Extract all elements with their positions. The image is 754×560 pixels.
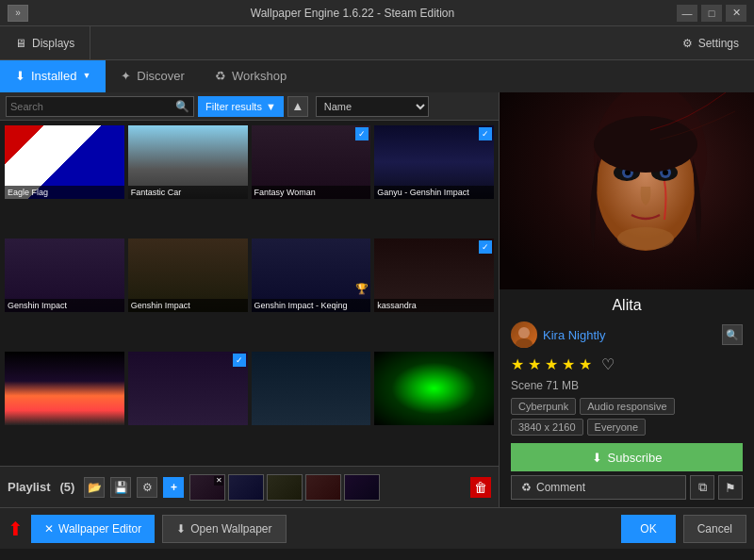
- grid-item-razer[interactable]: [373, 351, 495, 426]
- open-icon: ⬇: [176, 522, 186, 535]
- playlist-folder-btn[interactable]: 📂: [84, 477, 105, 498]
- comment-button[interactable]: ♻ Comment: [511, 475, 686, 500]
- search-icon: 🔍: [175, 100, 189, 113]
- playlist-bar: Playlist (5) 📂 💾 ⚙ + ✕ 🗑: [0, 466, 499, 507]
- main-layout: 🔍 Filter results ▼ ▲ Name Date Rating Ea…: [0, 92, 754, 507]
- wallpaper-editor-btn[interactable]: ✕ Wallpaper Editor: [31, 515, 155, 543]
- flag-button[interactable]: ⚑: [718, 475, 743, 500]
- copy-button[interactable]: ⧉: [690, 475, 714, 500]
- grid-item-genshin1[interactable]: Genshin Impact: [4, 238, 125, 313]
- playlist-thumb-1[interactable]: ✕: [189, 474, 225, 501]
- grid-item-retrowave[interactable]: [4, 351, 125, 426]
- open-wallpaper-btn[interactable]: ⬇ Open Wallpaper: [162, 515, 286, 543]
- star-4: ★: [562, 355, 575, 373]
- comment-row: ♻ Comment ⧉ ⚑: [511, 475, 743, 500]
- filter-label: Filter results: [205, 101, 262, 112]
- minimize-btn[interactable]: —: [677, 5, 697, 22]
- filter-button[interactable]: Filter results ▼: [198, 96, 284, 117]
- preview-image: [500, 92, 754, 289]
- settings-label: Settings: [698, 37, 739, 50]
- thumb-razer: [374, 352, 494, 425]
- workshop-icon: ♻: [215, 69, 226, 83]
- svg-point-9: [594, 116, 697, 173]
- monitor-icon: 🖥: [15, 37, 26, 50]
- label-eagle-flag: Eagle Flag: [5, 186, 124, 199]
- thumb-tech: [252, 352, 371, 425]
- author-search-btn[interactable]: 🔍: [722, 324, 743, 345]
- sort-up-btn[interactable]: ▲: [287, 96, 308, 117]
- grid-item-tech[interactable]: [251, 351, 372, 426]
- grid-item-eagle-flag[interactable]: Eagle Flag: [4, 124, 125, 200]
- tag-audioresponsive[interactable]: Audio responsive: [580, 398, 674, 415]
- svg-point-10: [617, 227, 674, 250]
- wallpaper-info: Alita Kira Nightly 🔍 ★ ★ ★ ★ ★: [500, 289, 754, 507]
- search-input[interactable]: [10, 101, 175, 112]
- tab-discover[interactable]: ✦ Discover: [106, 60, 200, 92]
- grid-item-ganyu[interactable]: Ganyu - Genshin Impact ✓: [373, 124, 495, 200]
- preview-artwork: [500, 92, 754, 289]
- grid-item-kassandra[interactable]: kassandra ✓: [373, 238, 495, 313]
- check-dj: ✓: [233, 354, 246, 367]
- meta-row: Scene 71 MB: [511, 379, 743, 392]
- discover-label: Discover: [137, 69, 185, 83]
- close-btn[interactable]: ✕: [726, 5, 746, 22]
- tag-everyone[interactable]: Everyone: [587, 419, 646, 436]
- grid-item-keqing[interactable]: Genshin Impact - Keqing 🏆: [251, 238, 372, 313]
- star-1: ★: [511, 355, 524, 373]
- grid-item-genshin2[interactable]: Genshin Impact: [127, 238, 249, 313]
- open-label: Open Wallpaper: [190, 522, 271, 535]
- tags-row: CyberpunkAudio responsive3840 x 2160Ever…: [511, 398, 743, 436]
- playlist-add-btn[interactable]: +: [163, 477, 184, 498]
- playlist-thumb-5[interactable]: [344, 474, 380, 501]
- ok-button[interactable]: OK: [621, 515, 675, 543]
- check-kassandra: ✓: [479, 240, 492, 254]
- label-ganyu: Ganyu - Genshin Impact: [374, 186, 494, 199]
- folder-icon: 📂: [88, 481, 102, 494]
- label-keqing: Genshin Impact - Keqing: [252, 299, 371, 312]
- search-icon: 🔍: [726, 329, 739, 341]
- playlist-save-btn[interactable]: 💾: [110, 477, 131, 498]
- tab-workshop[interactable]: ♻ Workshop: [200, 60, 302, 92]
- maximize-btn[interactable]: □: [701, 5, 722, 22]
- grid-item-dj[interactable]: ✓: [127, 351, 249, 426]
- search-wrap[interactable]: 🔍: [6, 96, 194, 117]
- playlist-settings-btn[interactable]: ⚙: [137, 477, 157, 498]
- window-controls: — □ ✕: [677, 5, 746, 22]
- right-panel: Alita Kira Nightly 🔍 ★ ★ ★ ★ ★: [500, 92, 754, 507]
- bottom-bar: ⬆ ✕ Wallpaper Editor ⬇ Open Wallpaper OK…: [0, 507, 754, 549]
- discover-icon: ✦: [121, 69, 131, 83]
- settings-icon: ⚙: [142, 481, 153, 494]
- tag-3840x2160[interactable]: 3840 x 2160: [511, 419, 583, 436]
- settings-nav[interactable]: ⚙ Settings: [667, 26, 754, 59]
- copy-icon: ⧉: [698, 480, 707, 495]
- playlist-delete-btn[interactable]: 🗑: [470, 477, 491, 498]
- heart-button[interactable]: ♡: [601, 355, 615, 373]
- author-name[interactable]: Kira Nightly: [543, 328, 605, 342]
- star-2: ★: [528, 355, 541, 373]
- star-5: ★: [579, 355, 592, 373]
- arrow-indicator: ⬆: [8, 518, 24, 540]
- author-avatar: [511, 321, 537, 348]
- playlist-thumb-3[interactable]: [267, 474, 303, 501]
- thumb-dj: [128, 352, 248, 425]
- tab-installed[interactable]: ⬇ Installed ▼: [0, 60, 106, 92]
- expand-btn[interactable]: »: [8, 5, 28, 22]
- playlist-thumb-2[interactable]: [228, 474, 264, 501]
- grid-item-fantasy-woman[interactable]: Fantasy Woman ✓: [251, 124, 372, 200]
- displays-nav[interactable]: 🖥 Displays: [0, 26, 90, 59]
- dropdown-icon: ▼: [82, 71, 90, 80]
- stars-row: ★ ★ ★ ★ ★ ♡: [511, 355, 743, 373]
- svg-point-12: [516, 338, 533, 348]
- comment-label: Comment: [536, 481, 585, 494]
- top-nav: 🖥 Displays ⚙ Settings: [0, 26, 754, 60]
- tag-cyberpunk[interactable]: Cyberpunk: [511, 398, 576, 415]
- title-bar: » Wallpaper Engine 1.6.22 - Steam Editio…: [0, 0, 754, 26]
- sort-select[interactable]: Name Date Rating: [316, 96, 429, 117]
- window-title: Wallpaper Engine 1.6.22 - Steam Edition: [28, 7, 677, 20]
- grid-item-fantastic-car[interactable]: Fantastic Car: [127, 124, 249, 200]
- search-bar: 🔍 Filter results ▼ ▲ Name Date Rating: [0, 92, 499, 121]
- subscribe-button[interactable]: ⬇ Subscribe: [511, 443, 743, 471]
- playlist-thumb-4[interactable]: [305, 474, 341, 501]
- cancel-button[interactable]: Cancel: [683, 515, 746, 543]
- size-label: Scene 71 MB: [511, 379, 579, 392]
